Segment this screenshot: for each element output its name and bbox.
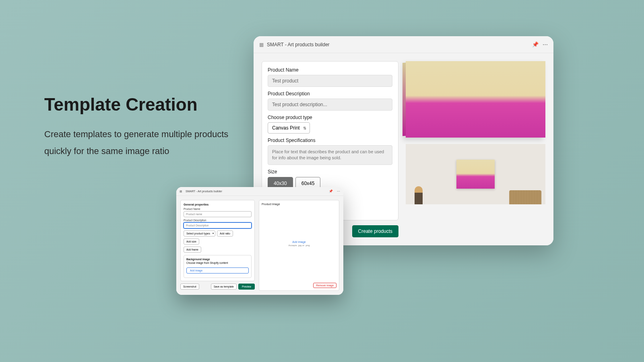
- label-product-description-sm: Product Description: [184, 219, 252, 222]
- add-frame-button[interactable]: Add frame: [184, 247, 201, 253]
- select-product-types[interactable]: Select product types: [184, 230, 215, 237]
- select-product-type[interactable]: Canvas Print: [268, 122, 310, 134]
- input-product-description[interactable]: Test product description...: [268, 99, 392, 111]
- hero-subtitle: Create templates to generate multiple pr…: [44, 126, 254, 160]
- more-icon[interactable]: ⋯: [337, 189, 340, 193]
- background-image-section: Background image Choose image from Shopi…: [184, 255, 252, 278]
- titlebar: ▦ SMART - Art products builder 📌 ⋯: [254, 36, 553, 53]
- folder-icon: ▦: [259, 42, 264, 47]
- titlebar-small: ▦ SMART - Art products builder 📌 ⋯: [176, 187, 343, 196]
- lamp-decoration: [415, 186, 423, 204]
- save-as-template-button[interactable]: Save as template: [211, 284, 237, 290]
- pin-icon[interactable]: 📌: [532, 41, 539, 47]
- pin-icon[interactable]: 📌: [329, 189, 333, 193]
- more-icon[interactable]: ⋯: [543, 41, 548, 47]
- input-product-name[interactable]: Test product: [268, 75, 392, 87]
- app-title: SMART - Art products builder: [267, 42, 330, 47]
- label-product-description: Product Description: [268, 91, 392, 97]
- input-specifications[interactable]: Place for text that describes the produc…: [268, 145, 392, 165]
- product-image-header: Product Image: [262, 203, 336, 206]
- input-product-description-sm[interactable]: Product Description: [184, 222, 252, 228]
- bg-image-header: Background image: [186, 258, 249, 261]
- folder-icon: ▦: [180, 190, 182, 193]
- accepts-text: Accepts .jpg or .png: [288, 244, 310, 247]
- screenshot-button[interactable]: Screenshot: [180, 284, 199, 290]
- create-products-button[interactable]: Create products: [352, 225, 398, 237]
- label-product-name-sm: Product Name: [184, 208, 252, 210]
- label-product-name: Product Name: [268, 67, 392, 73]
- general-properties-panel: General properties Product Name Product …: [180, 200, 255, 281]
- chair-decoration: [509, 190, 541, 204]
- preview-button[interactable]: Preview: [238, 284, 255, 290]
- general-properties-header: General properties: [184, 203, 252, 206]
- input-product-name-sm[interactable]: Product name: [184, 211, 252, 217]
- canvas-preview-image: [406, 61, 545, 138]
- hero-text: Template Creation Create templates to ge…: [44, 95, 254, 160]
- label-specifications: Product Specifications: [268, 138, 392, 143]
- product-image-panel: Product Image Add image Accepts .jpg or …: [259, 200, 339, 291]
- label-size: Size: [268, 169, 392, 175]
- room-preview-image: [406, 144, 545, 204]
- label-choose-type: Choose product type: [268, 115, 392, 120]
- add-bg-image-button[interactable]: Add image: [186, 267, 249, 274]
- add-size-button[interactable]: Add size: [184, 239, 199, 245]
- bg-image-sub: Choose image from Shopify content: [186, 261, 249, 264]
- add-ratio-button[interactable]: Add ratio: [217, 230, 233, 237]
- preview-column: [406, 61, 545, 237]
- app-title-small: SMART - Art products builder: [186, 190, 222, 193]
- wall-art: [456, 160, 495, 189]
- remove-image-button[interactable]: Remove image: [313, 283, 336, 288]
- add-image-link[interactable]: Add image: [292, 241, 305, 243]
- template-builder-window: ▦ SMART - Art products builder 📌 ⋯ Gener…: [176, 187, 343, 295]
- hero-title: Template Creation: [44, 95, 254, 115]
